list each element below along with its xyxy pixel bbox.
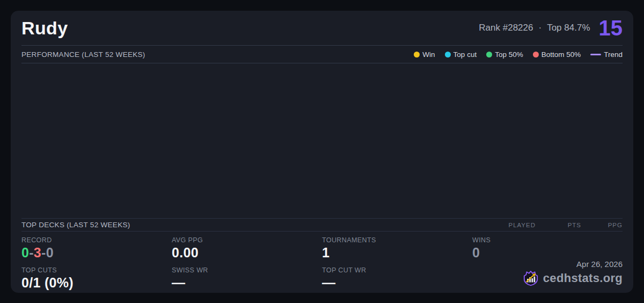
- stat-record: RECORD 0-3-0: [21, 232, 172, 262]
- record-draws: 0: [46, 245, 54, 260]
- performance-chart-area: [21, 63, 623, 218]
- card-footer: Apr 26, 2026 cedhstats.org: [523, 259, 623, 286]
- legend-label: Bottom 50%: [541, 50, 581, 59]
- dot-separator: ·: [538, 23, 541, 33]
- win-dot-icon: [414, 52, 420, 57]
- legend-label: Top 50%: [495, 50, 523, 59]
- rank-text: Rank #28226: [479, 23, 533, 33]
- stat-label: SWISS WR: [172, 266, 322, 274]
- avg-ppg-value: 0.00: [172, 246, 322, 261]
- stat-label: WINS: [472, 236, 623, 244]
- top-decks-columns: PLAYED PTS PPG: [498, 222, 623, 228]
- legend-item-trend[interactable]: Trend: [590, 50, 623, 59]
- cedhstats-shield-logo-icon: [523, 270, 539, 286]
- stat-wins: WINS 0: [472, 232, 623, 262]
- record-dash: -: [29, 245, 34, 260]
- top-decks-header-row: TOP DECKS (LAST 52 WEEKS) PLAYED PTS PPG: [21, 218, 623, 232]
- stat-top-cuts: TOP CUTS 0/1 (0%): [21, 262, 172, 292]
- stat-top-cut-wr: TOP CUT WR —: [322, 262, 472, 292]
- stat-label: TOURNAMENTS: [322, 236, 472, 244]
- column-header-ppg: PPG: [600, 222, 623, 228]
- player-stats-card: Rudy Rank #28226 · Top 84.7% 15 PERFORMA…: [11, 11, 633, 293]
- brand-row: cedhstats.org: [523, 270, 623, 286]
- record-value: 0-3-0: [21, 246, 172, 261]
- legend-item-bottom-50[interactable]: Bottom 50%: [533, 50, 581, 59]
- stat-label: TOP CUTS: [21, 266, 172, 274]
- legend-label: Top cut: [453, 50, 477, 59]
- date-text: Apr 26, 2026: [523, 259, 623, 269]
- top-cuts-value: 0/1 (0%): [21, 276, 172, 291]
- top-cut-dot-icon: [445, 52, 451, 57]
- stat-label: AVG PPG: [172, 236, 322, 244]
- wins-value: 0: [472, 246, 623, 261]
- stat-tournaments: TOURNAMENTS 1: [322, 232, 472, 262]
- stat-swiss-wr: SWISS WR —: [172, 262, 322, 292]
- record-losses: 3: [34, 245, 41, 260]
- trend-line-icon: [590, 54, 601, 55]
- brand-link[interactable]: cedhstats.org: [543, 271, 623, 285]
- top-cut-wr-value: —: [322, 276, 472, 291]
- rank-line: Rank #28226 · Top 84.7%: [479, 23, 590, 33]
- legend-item-top-50[interactable]: Top 50%: [486, 50, 523, 59]
- card-header: Rudy Rank #28226 · Top 84.7% 15: [21, 11, 623, 45]
- tournaments-value: 1: [322, 246, 472, 261]
- top-decks-title: TOP DECKS (LAST 52 WEEKS): [21, 221, 130, 229]
- player-name: Rudy: [21, 18, 479, 39]
- legend-label: Win: [422, 50, 435, 59]
- top-percent-text: Top 84.7%: [547, 23, 590, 33]
- performance-title: PERFORMANCE (LAST 52 WEEKS): [21, 50, 145, 59]
- legend-item-top-cut[interactable]: Top cut: [445, 50, 477, 59]
- legend-label: Trend: [604, 50, 623, 59]
- column-header-played: PLAYED: [498, 222, 536, 228]
- chart-legend: Win Top cut Top 50% Bottom 50% Trend: [414, 50, 623, 59]
- stat-avg-ppg: AVG PPG 0.00: [172, 232, 322, 262]
- bottom-50-dot-icon: [533, 52, 539, 57]
- stat-label: TOP CUT WR: [322, 266, 472, 274]
- top-50-dot-icon: [486, 52, 492, 57]
- stat-label: RECORD: [21, 236, 172, 244]
- column-header-pts: PTS: [554, 222, 581, 228]
- points-value: 15: [599, 17, 623, 39]
- record-dash: -: [41, 245, 46, 260]
- record-wins: 0: [21, 245, 29, 260]
- swiss-wr-value: —: [172, 276, 322, 291]
- performance-header-row: PERFORMANCE (LAST 52 WEEKS) Win Top cut …: [21, 46, 623, 63]
- legend-item-win[interactable]: Win: [414, 50, 435, 59]
